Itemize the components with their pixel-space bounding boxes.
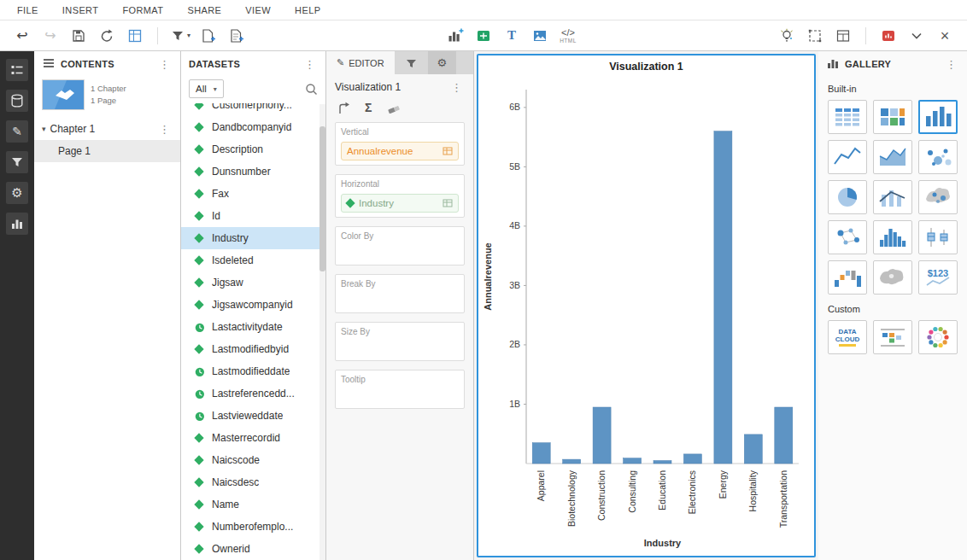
- menu-share[interactable]: SHARE: [175, 5, 233, 15]
- tab-filter[interactable]: [395, 51, 428, 74]
- refresh-button[interactable]: [95, 25, 119, 47]
- field-item-lastmodifieddate[interactable]: Lastmodifieddate: [181, 360, 325, 382]
- gallery-box-plot-icon[interactable]: [918, 220, 958, 254]
- presentation-button[interactable]: [876, 25, 900, 47]
- gallery-sunburst-icon[interactable]: [918, 320, 958, 354]
- viz-options-button[interactable]: ⋮: [448, 82, 465, 93]
- rail-settings[interactable]: ⚙: [6, 182, 28, 204]
- tab-editor[interactable]: ✎ EDITOR: [326, 51, 395, 74]
- zone-tooltip[interactable]: Tooltip: [335, 370, 465, 409]
- gallery-data-cloud-icon[interactable]: DATACLOUD: [828, 320, 867, 354]
- field-item-isdeleted[interactable]: Isdeleted: [181, 249, 325, 271]
- swap-axes-icon[interactable]: [337, 102, 350, 114]
- field-item-name[interactable]: Name: [181, 493, 325, 516]
- zone-horizontal[interactable]: HorizontalIndustry: [335, 174, 465, 218]
- gallery-custom-grid-icon[interactable]: [873, 320, 912, 354]
- gallery-pie-chart-icon[interactable]: [828, 180, 867, 214]
- pill-industry[interactable]: Industry: [341, 194, 459, 213]
- menu-help[interactable]: HELP: [283, 5, 332, 15]
- gallery-network-icon[interactable]: [828, 220, 867, 254]
- field-item-naicscode[interactable]: Naicscode: [181, 449, 325, 471]
- field-type-filter[interactable]: All ▾: [189, 79, 224, 98]
- gallery-geospatial-icon[interactable]: [873, 260, 912, 295]
- field-item-jigsaw[interactable]: Jigsaw: [181, 271, 325, 294]
- menu-insert[interactable]: INSERT: [50, 5, 111, 15]
- field-item-customerphony[interactable]: Customerphony...: [181, 103, 325, 116]
- zone-size-by[interactable]: Size By: [335, 322, 465, 361]
- chapter-thumbnail[interactable]: [43, 80, 84, 109]
- gallery-map-icon[interactable]: [918, 180, 958, 214]
- menu-file[interactable]: FILE: [5, 5, 50, 15]
- field-item-id[interactable]: Id: [181, 205, 325, 227]
- rail-format[interactable]: ✎: [6, 120, 28, 143]
- page-item[interactable]: Page 1: [34, 140, 180, 162]
- redo-button[interactable]: ↪: [38, 25, 62, 47]
- gallery-heatmap-grid-icon[interactable]: [873, 100, 912, 134]
- manage-datasets-button[interactable]: [123, 25, 147, 47]
- eraser-icon[interactable]: [386, 101, 401, 114]
- bar-chart[interactable]: 1B2B3B4B5B6BAnnualrevenueApparelBiotechn…: [478, 78, 814, 556]
- field-item-ownerid[interactable]: Ownerid: [181, 538, 325, 560]
- chevron-down-icon[interactable]: ▾: [42, 125, 46, 133]
- field-item-description[interactable]: Description: [181, 138, 325, 160]
- add-page-button[interactable]: [196, 25, 220, 47]
- gallery-grid-icon[interactable]: [828, 100, 867, 134]
- field-item-fax[interactable]: Fax: [181, 183, 325, 205]
- undo-button[interactable]: ↩: [10, 25, 34, 47]
- rail-contents[interactable]: [6, 59, 28, 81]
- gallery-menu-button[interactable]: ⋮: [943, 59, 959, 70]
- menu-format[interactable]: FORMAT: [110, 5, 175, 15]
- datasets-menu-button[interactable]: ⋮: [302, 59, 318, 70]
- field-item-industry[interactable]: Industry: [181, 227, 325, 249]
- gallery-bubble-chart-icon[interactable]: [918, 140, 958, 174]
- scrollbar-thumb[interactable]: [319, 126, 325, 271]
- gallery-histogram-icon[interactable]: [873, 220, 912, 254]
- tab-settings[interactable]: ⚙: [428, 51, 457, 74]
- zone-break-by[interactable]: Break By: [335, 274, 465, 313]
- zone-vertical[interactable]: VerticalAnnualrevenue: [335, 122, 465, 166]
- zone-color-by[interactable]: Color By: [335, 226, 465, 265]
- add-chapter-button[interactable]: [225, 25, 249, 47]
- field-label: Lastreferencedd...: [212, 388, 295, 400]
- field-item-lastreferencedd[interactable]: Lastreferencedd...: [181, 382, 325, 405]
- insert-text-button[interactable]: T: [500, 25, 524, 47]
- gallery-combo-chart-icon[interactable]: [873, 180, 912, 214]
- close-button[interactable]: ×: [933, 25, 957, 47]
- field-item-lastactivitydate[interactable]: Lastactivitydate: [181, 316, 325, 338]
- field-item-jigsawcompanyid[interactable]: Jigsawcompanyid: [181, 294, 325, 316]
- field-item-lastmodifiedbyid[interactable]: Lastmodifiedbyid: [181, 338, 325, 360]
- field-item-masterrecordid[interactable]: Masterrecordid: [181, 427, 325, 449]
- field-item-dandbcompanyid[interactable]: Dandbcompanyid: [181, 116, 325, 138]
- insert-grid-button[interactable]: [472, 25, 495, 47]
- rail-datasets[interactable]: [6, 90, 28, 112]
- menu-view[interactable]: VIEW: [233, 5, 283, 15]
- field-item-dunsnumber[interactable]: Dunsnumber: [181, 160, 325, 183]
- gallery-waterfall-icon[interactable]: [828, 260, 867, 295]
- insert-visualization-button[interactable]: [443, 25, 467, 47]
- chapter-menu-button[interactable]: ⋮: [156, 124, 173, 135]
- layout-button[interactable]: [831, 25, 855, 47]
- chapter-item[interactable]: ▾ Chapter 1 ⋮: [34, 118, 180, 140]
- field-item-numberofemplo[interactable]: Numberofemplo...: [181, 516, 325, 538]
- selection-button[interactable]: [803, 25, 827, 47]
- rail-visualizations[interactable]: [6, 213, 28, 235]
- save-button[interactable]: [67, 25, 91, 47]
- field-item-lastvieweddate[interactable]: Lastvieweddate: [181, 405, 325, 427]
- search-icon[interactable]: [304, 82, 318, 96]
- insights-button[interactable]: [775, 25, 799, 47]
- visualization-container[interactable]: Visualization 1 1B2B3B4B5B6BAnnualrevenu…: [477, 54, 816, 557]
- sigma-icon[interactable]: Σ: [365, 101, 372, 114]
- gallery-bar-chart-icon[interactable]: [918, 100, 958, 134]
- field-item-naicsdesc[interactable]: Naicsdesc: [181, 471, 325, 493]
- datasets-scrollbar[interactable]: [319, 104, 325, 560]
- gallery-kpi-icon[interactable]: $123: [918, 260, 958, 295]
- gallery-area-chart-icon[interactable]: [873, 140, 912, 174]
- insert-html-button[interactable]: </>HTML: [556, 25, 580, 47]
- rail-filter[interactable]: [6, 151, 28, 173]
- pill-annualrevenue[interactable]: Annualrevenue: [341, 142, 459, 160]
- contents-menu-button[interactable]: ⋮: [156, 59, 173, 70]
- collapse-button[interactable]: [905, 25, 929, 47]
- insert-image-button[interactable]: [528, 25, 552, 47]
- gallery-line-chart-icon[interactable]: [828, 140, 867, 174]
- filter-button[interactable]: ▾: [168, 25, 192, 47]
